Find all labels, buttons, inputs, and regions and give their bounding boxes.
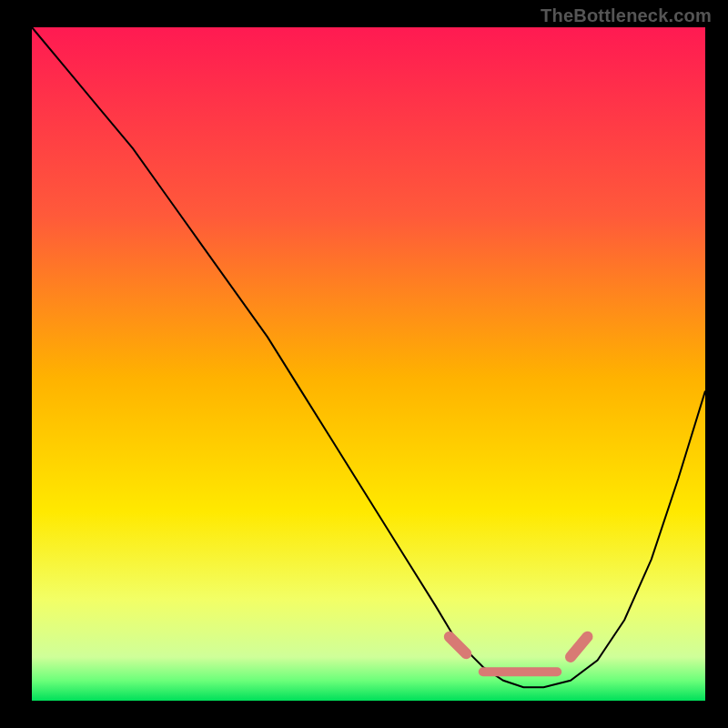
heatmap-background [32,27,705,701]
bottleneck-chart [0,0,728,728]
chart-container: TheBottleneck.com [0,0,728,728]
watermark-label: TheBottleneck.com [541,5,712,26]
